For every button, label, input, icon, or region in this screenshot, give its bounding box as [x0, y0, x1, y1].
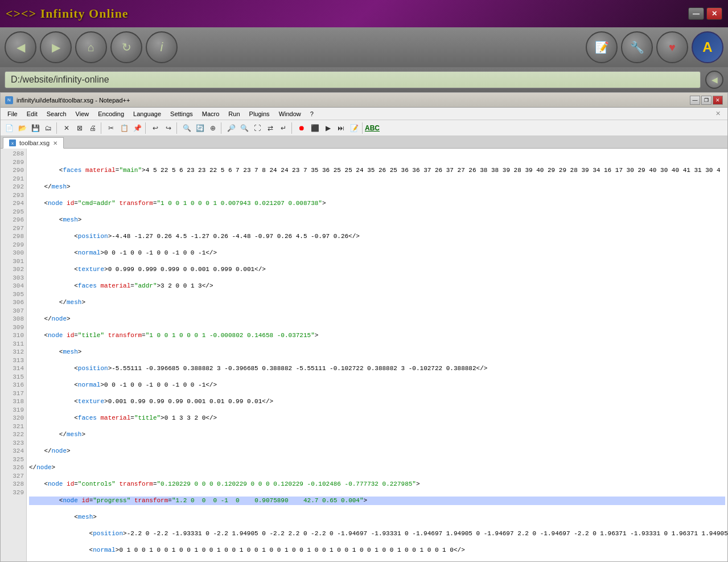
toolbar-separator-1	[56, 122, 59, 134]
menu-edit[interactable]: Edit	[22, 109, 42, 118]
toolbar-separator-7	[362, 122, 364, 134]
code-line-291: <mesh>	[29, 216, 725, 224]
menu-run[interactable]: Run	[224, 109, 244, 118]
code-line-307: <node id="controls" transform="0.120229 …	[29, 480, 725, 489]
notepad-restore-button[interactable]: ❐	[701, 96, 711, 105]
toolbar-separator-6	[291, 122, 294, 134]
notepad-x-label[interactable]: ✕	[711, 109, 725, 118]
code-line-310: <position>-2.2 0 -2.2 -1.93331 0 -2.2 1.…	[29, 530, 725, 538]
toolbar-cut-icon[interactable]: ✂	[105, 122, 117, 134]
address-input[interactable]	[5, 71, 701, 88]
code-line-308: <node id="progress" transform="1.2 0 0 0…	[29, 497, 725, 505]
toolbar-replace-icon[interactable]: 🔄	[194, 122, 206, 134]
toolbar-file-icon[interactable]: 📄	[3, 122, 15, 134]
nav-bookmark-button[interactable]: 📝	[586, 31, 618, 63]
menu-plugins[interactable]: Plugins	[245, 109, 274, 118]
notepad-close-button[interactable]: ✕	[713, 96, 723, 105]
toolbar-zoom-out-icon[interactable]: 🔍	[238, 122, 250, 134]
nav-favorites-button[interactable]: ♥	[656, 31, 688, 63]
menu-language[interactable]: Language	[129, 109, 166, 118]
nav-refresh-button[interactable]: ↻	[110, 31, 142, 63]
menu-search[interactable]: Search	[42, 109, 71, 118]
toolbar-stop-icon[interactable]: ⬛	[309, 122, 321, 134]
toolbar-play-all-icon[interactable]: ⏭	[335, 122, 347, 134]
toolbar-close-icon[interactable]: ✕	[60, 122, 73, 134]
code-line-300: <position>-5.55111 -0.396685 0.388882 3 …	[29, 364, 725, 373]
toolbar-close-all-icon[interactable]: ⊠	[73, 122, 86, 134]
notepad-title-bar: N infinity\ui\default\toolbar.xsg - Note…	[1, 93, 727, 108]
nav-forward-button[interactable]: ▶	[40, 31, 72, 63]
code-line-305: </node>	[29, 447, 725, 456]
menu-view[interactable]: View	[71, 109, 94, 118]
toolbar-fullscreen-icon[interactable]: ⛶	[251, 122, 264, 134]
menu-macro[interactable]: Macro	[198, 109, 224, 118]
browser-window-controls: — ✕	[688, 7, 722, 20]
code-line-294: <texture>0 0.999 0.999 0.999 0 0.001 0.9…	[29, 265, 725, 274]
notepad-toolbar: 📄 📂 💾 🗂 ✕ ⊠ 🖨 ✂ 📋 📌 ↩ ↪ 🔍 🔄 ⊕ 🔎 🔍 ⛶ ⇄ ↵ …	[1, 120, 727, 136]
code-line-293: <normal>0 0 -1 0 0 -1 0 0 -1 0 0 -1</>	[29, 249, 725, 257]
menu-file[interactable]: File	[3, 109, 22, 118]
menu-help[interactable]: ?	[306, 109, 318, 118]
code-area[interactable]: 288 289 290 291 292 293 294 295 296 297 …	[1, 149, 727, 561]
menu-settings[interactable]: Settings	[166, 109, 198, 118]
code-line-292: <position>-4.48 -1.27 0.26 4.5 -1.27 0.2…	[29, 232, 725, 241]
toolbar-redo-icon[interactable]: ↪	[162, 122, 175, 134]
code-line-304: </mesh>	[29, 430, 725, 439]
nav-info-button[interactable]: i	[146, 31, 178, 63]
code-line-301: <normal>0 0 -1 0 0 -1 0 0 -1 0 0 -1</>	[29, 381, 725, 389]
toolbar-zoom-in-icon[interactable]: 🔎	[225, 122, 237, 134]
code-line-295: <faces material="addr">3 2 0 0 1 3</>	[29, 282, 725, 290]
code-content[interactable]: <faces material="main">4 5 22 5 6 23 23 …	[27, 149, 727, 561]
code-line-288: <faces material="main">4 5 22 5 6 23 23 …	[29, 166, 725, 175]
toolbar-abc-icon[interactable]: ABC	[366, 122, 379, 134]
toolbar-separator-2	[101, 122, 103, 134]
toolbar-search-icon[interactable]: 🔍	[180, 122, 193, 134]
tab-toolbar-xsg[interactable]: x toolbar.xsg ✕	[3, 137, 64, 149]
code-line-311: <normal>0 1 0 0 1 0 0 1 0 0 1 0 0 1 0 0 …	[29, 546, 725, 555]
menu-window[interactable]: Window	[274, 109, 306, 118]
toolbar-separator-5	[221, 122, 223, 134]
toolbar-copy-icon[interactable]: 📋	[118, 122, 130, 134]
toolbar-play-icon[interactable]: ▶	[322, 122, 334, 134]
code-line-303: <faces material="title">0 1 3 3 2 0</>	[29, 414, 725, 422]
browser-close-button[interactable]: ✕	[706, 7, 722, 20]
browser-toolbar: ◀ ▶ ⌂ ↻ i 📝 🔧 ♥ A	[0, 27, 728, 67]
nav-home-button[interactable]: ⌂	[75, 31, 107, 63]
toolbar-print-icon[interactable]: 🖨	[87, 122, 99, 134]
toolbar-record-icon[interactable]: ⏺	[295, 122, 308, 134]
toolbar-save-all-icon[interactable]: 🗂	[42, 122, 55, 134]
notepad-window: N infinity\ui\default\toolbar.xsg - Note…	[0, 92, 728, 562]
toolbar-save-icon[interactable]: 💾	[29, 122, 42, 134]
menu-encoding[interactable]: Encoding	[93, 109, 129, 118]
code-line-298: <node id="title" transform="1 0 0 1 0 0 …	[29, 331, 725, 340]
toolbar-search-all-icon[interactable]: ⊕	[207, 122, 219, 134]
notepad-window-controls: — ❐ ✕	[690, 96, 723, 105]
code-line-289: </mesh>	[29, 183, 725, 191]
nav-settings-button[interactable]: 🔧	[621, 31, 653, 63]
code-line-296: </mesh>	[29, 298, 725, 307]
toolbar-wrap-icon[interactable]: ↵	[277, 122, 290, 134]
nav-back-button[interactable]: ◀	[5, 31, 36, 63]
code-line-299: <mesh>	[29, 348, 725, 356]
line-numbers: 288 289 290 291 292 293 294 295 296 297 …	[1, 149, 27, 561]
notepad-menubar: File Edit Search View Encoding Language …	[1, 108, 727, 120]
address-bar-row: ◀	[0, 67, 728, 92]
notepad-minimize-button[interactable]: —	[690, 96, 700, 105]
toolbar-open-icon[interactable]: 📂	[16, 122, 28, 134]
toolbar-sync-icon[interactable]: ⇄	[264, 122, 277, 134]
toolbar-undo-icon[interactable]: ↩	[149, 122, 162, 134]
toolbar-separator-4	[176, 122, 179, 134]
code-line-302: <texture>0.001 0.99 0.99 0.99 0.001 0.01…	[29, 397, 725, 406]
tab-close-button[interactable]: ✕	[53, 140, 57, 146]
address-go-button[interactable]: ◀	[705, 71, 723, 89]
browser-logo: <><> Infinity Online	[6, 6, 129, 21]
code-line-290: <node id="cmd=addr" transform="1 0 0 1 0…	[29, 199, 725, 208]
notepad-app-icon: N	[5, 96, 13, 104]
browser-minimize-button[interactable]: —	[688, 7, 704, 20]
notepad-tabs: x toolbar.xsg ✕	[1, 136, 727, 149]
logo-symbol: <><>	[6, 6, 36, 20]
toolbar-paste-icon[interactable]: 📌	[131, 122, 143, 134]
code-line-306: </node>	[29, 463, 725, 472]
toolbar-macro-icon[interactable]: 📝	[348, 122, 360, 134]
nav-special-button[interactable]: A	[692, 31, 723, 63]
